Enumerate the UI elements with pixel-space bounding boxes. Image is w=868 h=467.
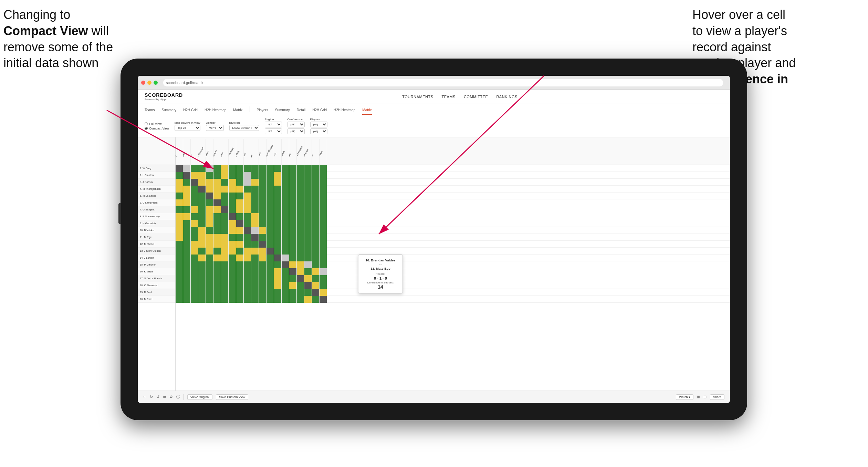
grid-cell-7-18[interactable] (304, 206, 312, 213)
grid-cell-5-10[interactable] (244, 193, 251, 199)
grid-cell-8-17[interactable] (297, 213, 304, 220)
grid-cell-5-19[interactable] (312, 193, 320, 199)
grid-cell-11-20[interactable] (320, 234, 327, 241)
grid-cell-19-20[interactable] (320, 289, 327, 296)
grid-cell-12-15[interactable] (282, 241, 289, 248)
grid-cell-11-3[interactable] (191, 234, 198, 241)
grid-cell-11-8[interactable] (229, 234, 236, 241)
grid-cell-17-12[interactable] (259, 275, 266, 282)
grid-cell-7-11[interactable] (251, 206, 259, 213)
grid-cell-13-6[interactable] (213, 248, 221, 255)
grid-cell-4-15[interactable] (282, 186, 289, 193)
grid-cell-10-18[interactable] (304, 227, 312, 234)
grid-cell-1-18[interactable] (304, 165, 312, 172)
grid-cell-7-3[interactable] (191, 206, 198, 213)
grid-cell-5-4[interactable] (198, 193, 206, 199)
grid-cell-12-6[interactable] (213, 241, 221, 248)
grid-cell-19-15[interactable] (282, 289, 289, 296)
grid-cell-19-2[interactable] (183, 289, 191, 296)
grid-cell-12-2[interactable] (183, 241, 191, 248)
grid-cell-10-9[interactable] (236, 227, 244, 234)
grid-cell-7-13[interactable] (266, 206, 274, 213)
grid-cell-18-6[interactable] (213, 282, 221, 289)
grid-cell-7-12[interactable] (259, 206, 266, 213)
grid-cell-8-18[interactable] (304, 213, 312, 220)
grid-cell-1-16[interactable] (289, 165, 297, 172)
grid-cell-1-13[interactable] (266, 165, 274, 172)
nav-rankings[interactable]: RANKINGS (496, 95, 517, 99)
grid-cell-17-13[interactable] (266, 275, 274, 282)
browser-url-bar[interactable]: scoreboard.golf/matrix (163, 79, 723, 86)
grid-cell-16-16[interactable] (289, 268, 297, 275)
radio-compact-view[interactable]: Compact View (145, 127, 169, 130)
grid-cell-10-4[interactable] (198, 227, 206, 234)
grid-cell-20-12[interactable] (259, 296, 266, 303)
grid-cell-14-5[interactable] (206, 255, 213, 261)
grid-cell-4-11[interactable] (251, 186, 259, 193)
grid-cell-1-1[interactable] (176, 165, 183, 172)
grid-cell-19-8[interactable] (229, 289, 236, 296)
grid-cell-11-4[interactable] (198, 234, 206, 241)
grid-cell-14-16[interactable] (289, 255, 297, 261)
grid-cell-17-17[interactable] (297, 275, 304, 282)
grid-cell-3-15[interactable] (282, 179, 289, 186)
grid-cell-8-9[interactable] (236, 213, 244, 220)
grid-cell-6-20[interactable] (320, 199, 327, 206)
grid-cell-3-6[interactable] (213, 179, 221, 186)
radio-full-view[interactable]: Full View (145, 122, 169, 126)
grid-cell-12-10[interactable] (244, 241, 251, 248)
grid-cell-17-9[interactable] (236, 275, 244, 282)
grid-cell-10-5[interactable] (206, 227, 213, 234)
grid-cell-12-8[interactable] (229, 241, 236, 248)
grid-cell-13-8[interactable] (229, 248, 236, 255)
grid-cell-18-17[interactable] (297, 282, 304, 289)
grid-cell-3-19[interactable] (312, 179, 320, 186)
grid-cell-1-12[interactable] (259, 165, 266, 172)
grid-cell-9-14[interactable] (274, 220, 282, 227)
grid-cell-14-8[interactable] (229, 255, 236, 261)
grid-cell-19-18[interactable] (304, 289, 312, 296)
grid-cell-5-5[interactable] (206, 193, 213, 199)
grid-cell-3-5[interactable] (206, 179, 213, 186)
grid-cell-20-2[interactable] (183, 296, 191, 303)
grid-cell-8-2[interactable] (183, 213, 191, 220)
grid-cell-16-11[interactable] (251, 268, 259, 275)
grid-cell-12-20[interactable] (320, 241, 327, 248)
grid-cell-11-13[interactable] (266, 234, 274, 241)
region-select[interactable]: N/A N/A (265, 122, 282, 127)
grid-cell-11-12[interactable] (259, 234, 266, 241)
grid-cell-8-6[interactable] (213, 213, 221, 220)
grid-cell-10-1[interactable] (176, 227, 183, 234)
grid-cell-18-4[interactable] (198, 282, 206, 289)
grid-cell-1-9[interactable] (236, 165, 244, 172)
grid-cell-18-8[interactable] (229, 282, 236, 289)
grid-cell-12-19[interactable] (312, 241, 320, 248)
grid-cell-1-19[interactable] (312, 165, 320, 172)
grid-cell-10-6[interactable] (213, 227, 221, 234)
grid-cell-5-18[interactable] (304, 193, 312, 199)
grid-cell-13-5[interactable] (206, 248, 213, 255)
browser-close-dot[interactable] (141, 81, 145, 85)
grid-cell-18-20[interactable] (320, 282, 327, 289)
grid-cell-18-14[interactable] (274, 282, 282, 289)
grid-cell-8-11[interactable] (251, 213, 259, 220)
grid-cell-7-15[interactable] (282, 206, 289, 213)
grid-cell-11-19[interactable] (312, 234, 320, 241)
grid-cell-9-10[interactable] (244, 220, 251, 227)
grid-cell-10-2[interactable] (183, 227, 191, 234)
grid-cell-3-13[interactable] (266, 179, 274, 186)
tab-summary[interactable]: Summary (161, 108, 176, 115)
grid-cell-19-10[interactable] (244, 289, 251, 296)
grid-cell-19-1[interactable] (176, 289, 183, 296)
grid-cell-13-20[interactable] (320, 248, 327, 255)
grid-cell-8-7[interactable] (221, 213, 229, 220)
grid-cell-10-10[interactable] (244, 227, 251, 234)
grid-cell-2-10[interactable] (244, 172, 251, 179)
grid-cell-4-17[interactable] (297, 186, 304, 193)
grid-cell-6-10[interactable] (244, 199, 251, 206)
grid-cell-12-16[interactable] (289, 241, 297, 248)
grid-cell-14-17[interactable] (297, 255, 304, 261)
grid-cell-18-10[interactable] (244, 282, 251, 289)
tab-matrix2[interactable]: Matrix (362, 108, 372, 115)
grid-cell-10-19[interactable] (312, 227, 320, 234)
